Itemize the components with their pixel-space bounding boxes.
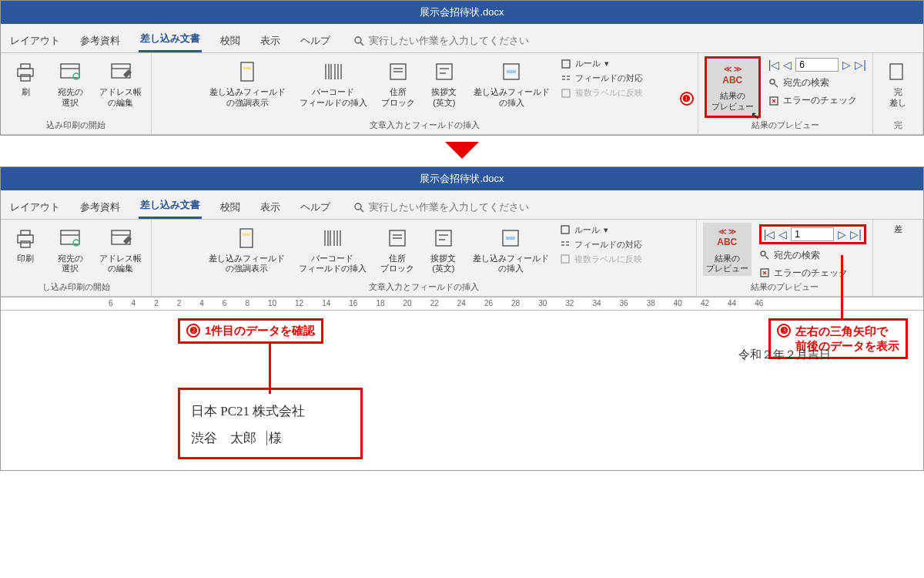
address-block-icon [384,58,412,86]
print-button[interactable]: 刷 [7,56,44,99]
next-record-button[interactable]: ▷ [842,59,851,71]
tell-me-search-2[interactable]: 実行したい作業を入力してください [353,200,529,219]
highlight-fields-button-2[interactable]: 差し込みフィールド の強調表示 [206,223,288,277]
edit-recipients-button[interactable]: アドレス帳 の編集 [96,56,145,110]
match-icon [561,73,571,84]
group-start-mail-merge-2: 印刷 宛先の 選択 アドレス帳 の編集 し込み印刷の開始 [1,220,152,296]
record-number-input-2[interactable] [791,227,834,241]
greeting-line-button[interactable]: 挨拶文 (英文) [426,56,463,110]
search-icon [353,35,364,46]
edit-recipients-icon-2 [107,224,135,252]
first-record-button[interactable]: |◁ [768,59,780,71]
svg-rect-21 [437,64,452,79]
search-placeholder: 実行したい作業を入力してください [369,34,529,48]
insert-merge-field-button[interactable]: 差し込みフィールド の挿入 [470,56,553,110]
find-recipient-button-2[interactable]: 宛先の検索 [759,249,866,262]
tab-layout[interactable]: レイアウト [8,31,62,52]
print-icon [12,58,39,86]
titlebar-2: 展示会招待状.docx [1,167,923,190]
svg-rect-3 [21,64,30,69]
labels-icon-2 [560,254,571,264]
next-record-button-2[interactable]: ▷ [838,228,846,240]
svg-line-63 [765,256,768,259]
preview-icon-2: ≪ ≫ABC [713,224,741,252]
svg-rect-4 [21,75,30,81]
svg-rect-39 [61,230,79,244]
svg-line-35 [360,209,363,212]
tab-references-2[interactable]: 参考資料 [79,197,122,219]
group-write-insert-2: 差し込みフィールド の強調表示 バーコード フィールドの挿入 住所 ブロック 挨… [152,220,697,296]
tab-references[interactable]: 参考資料 [79,31,122,52]
print-button-2[interactable]: 印刷 [7,223,44,266]
tab-review-2[interactable]: 校閲 [219,197,242,219]
tell-me-search[interactable]: 実行したい作業を入力してください [353,34,529,52]
tab-review[interactable]: 校閲 [219,31,242,52]
insert-merge-field-button-2[interactable]: 差し込みフィールド の挿入 [470,223,552,277]
group-finish-2: 差 [873,220,923,296]
recipients-icon-2 [56,224,84,252]
greeting-icon-2 [430,224,457,252]
svg-point-28 [770,79,775,84]
prev-record-button[interactable]: ◁ [783,59,792,71]
group-start-mail-merge: 刷 宛先の 選択 アドレス帳 の編集 込み印刷の開始 [1,53,152,134]
address-block-button[interactable]: 住所 ブロック [378,56,418,110]
address-block-button-2[interactable]: 住所 ブロック [377,223,417,277]
svg-rect-25 [507,70,516,73]
record-number-input[interactable] [795,58,839,72]
barcode-button[interactable]: バーコード フィールドの挿入 [296,56,370,110]
ruler-tick: 4 [132,299,136,307]
ruler-tick: 6 [109,299,113,307]
svg-point-7 [73,73,79,79]
highlight-fields-button[interactable]: 差し込みフィールド の強調表示 [206,56,289,110]
labels-icon [561,88,571,99]
svg-rect-26 [562,60,570,68]
tab-mailings-2[interactable]: 差し込み文書 [139,195,202,219]
ruler-tick: 14 [322,299,330,307]
select-recipients-button-2[interactable]: 宛先の 選択 [52,223,89,277]
check-errors-button-2[interactable]: エラーのチェック [759,267,866,280]
ribbon-tabs: レイアウト 参考資料 差し込み文書 校閲 表示 ヘルプ 実行したい作業を入力して… [1,24,923,53]
preview-icon: ≪ ≫ABC [718,62,746,89]
barcode-button-2[interactable]: バーコード フィールドの挿入 [296,223,370,277]
last-record-button-2[interactable]: ▷| [850,228,862,240]
tab-layout-2[interactable]: レイアウト [8,197,62,219]
insert-field-icon-2 [497,224,524,252]
match-fields-button-2[interactable]: フィールドの対応 [560,239,642,250]
tab-help[interactable]: ヘルプ [299,31,332,52]
first-record-button-2[interactable]: |◁ [764,228,775,240]
preview-results-button[interactable]: ≪ ≫ABC 結果の プレビュー [708,60,757,114]
tab-help-2[interactable]: ヘルプ [299,197,332,219]
rules-button[interactable]: ルール ▾ [561,58,643,69]
svg-rect-44 [240,229,253,247]
prev-record-button-2[interactable]: ◁ [778,228,787,240]
tab-view[interactable]: 表示 [259,31,282,52]
preview-results-button-2[interactable]: ≪ ≫ABC 結果の プレビュー [703,223,752,277]
svg-rect-55 [436,230,451,246]
group-label-start: 込み印刷の開始 [7,118,145,133]
edit-recipients-button-2[interactable]: アドレス帳 の編集 [96,223,145,277]
finish-merge-button[interactable]: 完 差し [879,56,916,110]
ruler-tick: 2 [154,299,159,307]
finish-merge-button-2[interactable]: 差 [879,223,916,237]
record-navigation-2: |◁ ◁ ▷ ▷| [759,224,866,244]
find-icon [768,78,779,89]
tab-mailings[interactable]: 差し込み文書 [139,29,202,52]
svg-point-62 [761,251,765,256]
ribbon-tabs-2: レイアウト 参考資料 差し込み文書 校閲 表示 ヘルプ 実行したい作業を入力して… [1,190,923,220]
ruler-tick: 44 [728,299,736,307]
tab-view-2[interactable]: 表示 [259,197,282,219]
titlebar: 展示会招待状.docx [1,1,923,24]
check-errors-button[interactable]: エラーのチェック [768,94,866,107]
ruler-tick: 42 [701,299,709,307]
rules-button-2[interactable]: ルール▾ [560,224,642,236]
last-record-button[interactable]: ▷| [855,59,866,71]
field-company: 日本 PC21 株式会社 [191,404,305,418]
cursor-icon: ↖ [751,109,760,122]
find-recipient-button[interactable]: 宛先の検索 [768,76,866,89]
ruler-tick: 6 [223,299,227,307]
select-recipients-button[interactable]: 宛先の 選択 [52,56,89,110]
greeting-line-button-2[interactable]: 挨拶文 (英文) [425,223,462,277]
greeting-icon [430,58,458,86]
match-fields-button[interactable]: フィールドの対応 [561,72,643,84]
group-label-preview: 結果のプレビュー [705,118,866,133]
